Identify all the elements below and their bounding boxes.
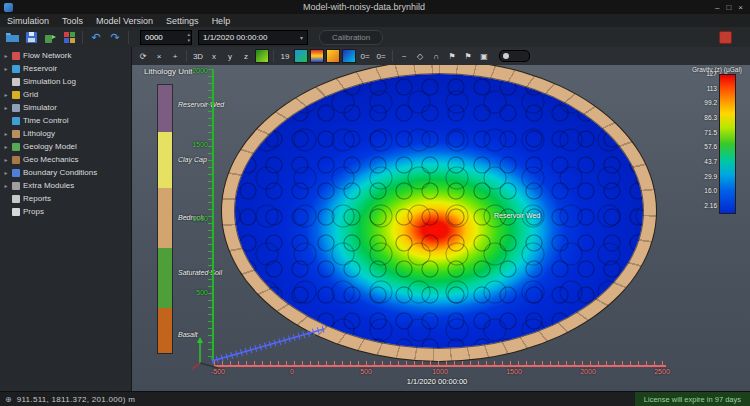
reservoir-icon — [12, 65, 20, 73]
application-window: Model-with-noisy-data.brynhild – □ × Sim… — [0, 0, 750, 406]
voronoi-mesh-overlay — [235, 74, 643, 348]
pan-tool-button[interactable]: + — [168, 49, 182, 63]
polygon-tool-button[interactable]: ◇ — [413, 49, 427, 63]
rotate-tool-button[interactable]: ⟳ — [136, 49, 150, 63]
title-bar: Model-with-noisy-data.brynhild – □ × — [0, 0, 750, 14]
cursor-coordinates: 911.511, 1811.372, 201.000) m — [17, 395, 136, 404]
chevron-right-icon[interactable] — [3, 91, 9, 98]
close-button[interactable]: × — [738, 3, 743, 12]
legend-label: Reservoir Wed — [178, 101, 224, 108]
geology-icon — [12, 143, 20, 151]
main-area: Flow Network Reservoir Simulation Log Gr… — [0, 47, 750, 392]
sidebar-item-extra-modules[interactable]: Extra Modules — [0, 179, 131, 192]
chevron-right-icon[interactable] — [3, 169, 9, 176]
view-3d-button[interactable]: 3D — [191, 49, 205, 63]
minimize-button[interactable]: – — [715, 3, 719, 12]
legend-segment — [158, 85, 172, 132]
y-axis-label: 2000 — [174, 67, 208, 74]
sidebar-item-geo-mechanics[interactable]: Geo Mechanics — [0, 153, 131, 166]
scene-3d-view[interactable]: Reservoir Wed Lithology Unit Reservoir W… — [132, 65, 750, 392]
view-x-button[interactable]: x — [207, 49, 221, 63]
modules-icon — [12, 182, 20, 190]
slider-handle[interactable] — [503, 53, 509, 59]
menu-bar: Simulation Tools Model Version Settings … — [0, 14, 750, 27]
project-tree: Flow Network Reservoir Simulation Log Gr… — [0, 47, 132, 392]
zero-datum-button[interactable]: 0= — [374, 49, 388, 63]
window-title: Model-with-noisy-data.brynhild — [13, 0, 715, 14]
sidebar-item-props[interactable]: Props — [0, 205, 131, 218]
open-folder-button[interactable] — [4, 30, 20, 45]
date-combobox[interactable]: 1/1/2020 00:00:00 ▾ — [198, 30, 308, 45]
chevron-right-icon[interactable] — [3, 143, 9, 150]
contour-layer-button[interactable] — [342, 49, 356, 63]
zero-level-button[interactable]: 0= — [358, 49, 372, 63]
layers-icon — [12, 130, 20, 138]
y-axis-label: 1500 — [174, 141, 208, 148]
sidebar-item-simulator[interactable]: Simulator — [0, 101, 131, 114]
menu-settings[interactable]: Settings — [166, 16, 199, 26]
export-button[interactable] — [42, 30, 58, 45]
chevron-right-icon[interactable] — [3, 65, 9, 72]
sidebar-item-grid[interactable]: Grid — [0, 88, 131, 101]
chevron-right-icon[interactable] — [3, 130, 9, 137]
grid-icon — [64, 32, 75, 43]
stop-button[interactable] — [719, 31, 732, 44]
sidebar-item-geology-model[interactable]: Geology Model — [0, 140, 131, 153]
legend-segment — [158, 132, 172, 188]
arc-tool-button[interactable]: ∩ — [429, 49, 443, 63]
sidebar-item-boundary-conditions[interactable]: Boundary Conditions — [0, 166, 131, 179]
menu-model-version[interactable]: Model Version — [96, 16, 153, 26]
toolbar-separator — [186, 50, 187, 62]
result-layer-button[interactable] — [294, 49, 308, 63]
flag-marker-button-2[interactable]: ⚑ — [461, 49, 475, 63]
timestep-spinner[interactable]: 0000 ▴▾ — [140, 30, 192, 45]
sidebar-item-reservoir[interactable]: Reservoir — [0, 62, 131, 75]
flow-network-icon — [12, 52, 20, 60]
legend-label: Clay Cap — [178, 156, 207, 163]
app-icon — [4, 3, 13, 12]
chevron-right-icon[interactable] — [3, 52, 9, 59]
view-y-button[interactable]: y — [223, 49, 237, 63]
undo-button[interactable]: ↶ — [88, 30, 104, 45]
snapshot-button[interactable]: ▣ — [477, 49, 491, 63]
chevron-down-icon: ▾ — [300, 34, 303, 41]
sidebar-item-time-control[interactable]: Time Control — [0, 114, 131, 127]
x-axis-label: 2000 — [580, 368, 596, 375]
chevron-right-icon[interactable] — [3, 182, 9, 189]
grid-density-button[interactable]: 19 — [278, 49, 292, 63]
colormap-button[interactable] — [310, 49, 324, 63]
timestep-value: 0000 — [145, 33, 163, 42]
report-icon — [12, 195, 20, 203]
y-axis-label: 1000 — [174, 215, 208, 222]
chevron-right-icon[interactable] — [3, 156, 9, 163]
select-tool-button[interactable]: × — [152, 49, 166, 63]
opacity-slider[interactable] — [499, 50, 530, 62]
menu-simulation[interactable]: Simulation — [7, 16, 49, 26]
grid-view-button[interactable] — [61, 30, 77, 45]
sidebar-item-lithology[interactable]: Lithology — [0, 127, 131, 140]
spinner-arrows-icon[interactable]: ▴▾ — [187, 31, 190, 43]
status-bar: ⊕ 911.511, 1811.372, 201.000) m License … — [0, 391, 750, 406]
calibration-button[interactable]: Calibration — [319, 30, 383, 45]
save-button[interactable] — [23, 30, 39, 45]
sidebar-item-flow-network[interactable]: Flow Network — [0, 49, 131, 62]
viewport-toolbar: ⟳ × + 3D x y z 19 0= 0= ~ ◇ ∩ — [132, 47, 750, 66]
sidebar-item-reports[interactable]: Reports — [0, 192, 131, 205]
x-axis-label: 2500 — [654, 368, 670, 375]
menu-help[interactable]: Help — [212, 16, 231, 26]
color-mode-button[interactable] — [255, 49, 269, 63]
chevron-right-icon[interactable] — [3, 104, 9, 111]
polyline-tool-button[interactable]: ~ — [397, 49, 411, 63]
redo-button[interactable]: ↷ — [107, 30, 123, 45]
surface-layer-button[interactable] — [326, 49, 340, 63]
coordinate-icon: ⊕ — [5, 395, 12, 404]
menu-tools[interactable]: Tools — [62, 16, 83, 26]
clock-icon — [12, 117, 20, 125]
y-axis-label: 500 — [174, 289, 208, 296]
x-axis-label: 500 — [360, 368, 372, 375]
maximize-button[interactable]: □ — [726, 3, 731, 12]
sidebar-item-simulation-log[interactable]: Simulation Log — [0, 75, 131, 88]
toolbar-separator — [392, 50, 393, 62]
flag-marker-button[interactable]: ⚑ — [445, 49, 459, 63]
view-z-button[interactable]: z — [239, 49, 253, 63]
